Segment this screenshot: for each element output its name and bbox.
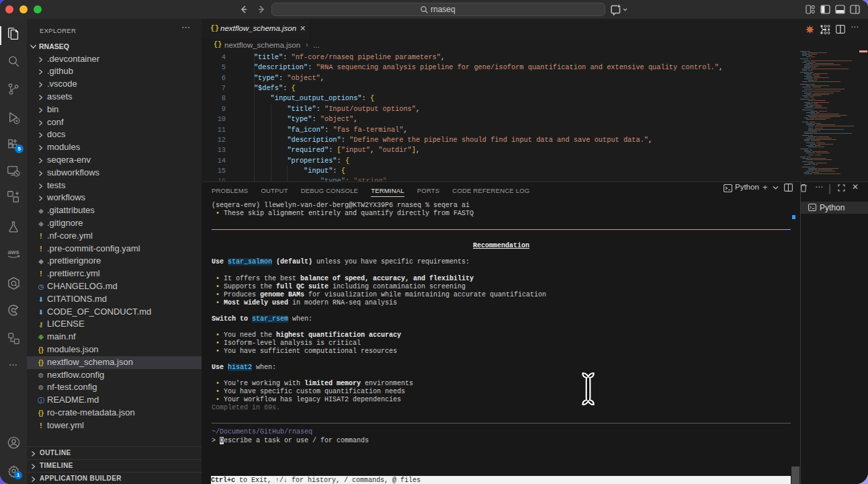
svg-text:aws: aws (7, 249, 19, 255)
